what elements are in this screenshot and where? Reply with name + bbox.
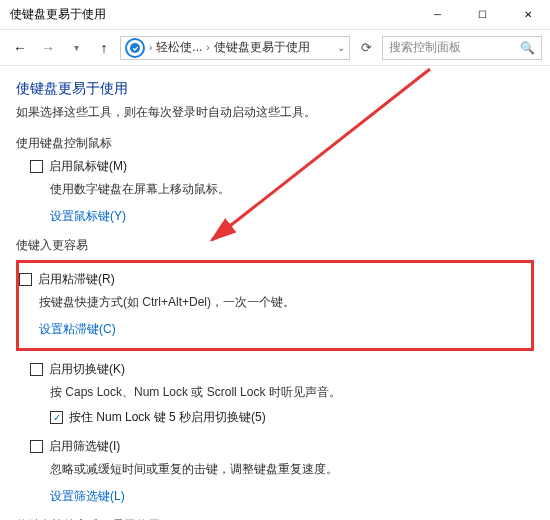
control-panel-icon — [125, 38, 145, 58]
breadcrumb-part1[interactable]: 轻松使... — [156, 39, 202, 56]
titlebar: 使键盘更易于使用 ─ ☐ ✕ — [0, 0, 550, 30]
page-subtitle: 如果选择这些工具，则在每次登录时自动启动这些工具。 — [16, 104, 534, 121]
filterkeys-desc: 忽略或减缓短时间或重复的击键，调整键盘重复速度。 — [30, 461, 534, 478]
section-typing-label: 使键入更容易 — [16, 237, 534, 254]
filterkeys-label: 启用筛选键(I) — [49, 438, 120, 455]
filterkeys-link[interactable]: 设置筛选键(L) — [30, 488, 125, 505]
window-title: 使键盘更易于使用 — [10, 6, 415, 23]
up-button[interactable]: ↑ — [92, 36, 116, 60]
section-mouse-label: 使用键盘控制鼠标 — [16, 135, 534, 152]
mousekeys-label: 启用鼠标键(M) — [49, 158, 127, 175]
togglekeys-numlock-checkbox[interactable] — [50, 411, 63, 424]
mousekeys-checkbox[interactable] — [30, 160, 43, 173]
navbar: ← → ▾ ↑ › 轻松使... › 使键盘更易于使用 ⌄ ⟳ 搜索控制面板 🔍 — [0, 30, 550, 66]
maximize-button[interactable]: ☐ — [460, 0, 505, 30]
address-dropdown[interactable]: ⌄ — [337, 42, 345, 53]
chevron-right-icon: › — [149, 42, 152, 53]
refresh-button[interactable]: ⟳ — [354, 36, 378, 60]
togglekeys-label: 启用切换键(K) — [49, 361, 125, 378]
address-bar[interactable]: › 轻松使... › 使键盘更易于使用 ⌄ — [120, 36, 350, 60]
togglekeys-checkbox[interactable] — [30, 363, 43, 376]
togglekeys-desc: 按 Caps Lock、Num Lock 或 Scroll Lock 时听见声音… — [30, 384, 534, 401]
filterkeys-group: 启用筛选键(I) 忽略或减缓短时间或重复的击键，调整键盘重复速度。 设置筛选键(… — [16, 438, 534, 505]
breadcrumb-part2[interactable]: 使键盘更易于使用 — [214, 39, 310, 56]
back-button[interactable]: ← — [8, 36, 32, 60]
filterkeys-checkbox[interactable] — [30, 440, 43, 453]
close-button[interactable]: ✕ — [505, 0, 550, 30]
stickykeys-desc: 按键盘快捷方式(如 Ctrl+Alt+Del)，一次一个键。 — [19, 294, 525, 311]
content-area: 使键盘更易于使用 如果选择这些工具，则在每次登录时自动启动这些工具。 使用键盘控… — [0, 66, 550, 520]
search-input[interactable]: 搜索控制面板 🔍 — [382, 36, 542, 60]
togglekeys-numlock-label: 按住 Num Lock 键 5 秒启用切换键(5) — [69, 409, 266, 426]
stickykeys-checkbox[interactable] — [19, 273, 32, 286]
stickykeys-link[interactable]: 设置粘滞键(C) — [19, 321, 116, 338]
minimize-button[interactable]: ─ — [415, 0, 460, 30]
mousekeys-group: 启用鼠标键(M) 使用数字键盘在屏幕上移动鼠标。 设置鼠标键(Y) — [16, 158, 534, 225]
mousekeys-desc: 使用数字键盘在屏幕上移动鼠标。 — [30, 181, 534, 198]
forward-button[interactable]: → — [36, 36, 60, 60]
page-title: 使键盘更易于使用 — [16, 80, 534, 98]
stickykeys-group: 启用粘滞键(R) 按键盘快捷方式(如 Ctrl+Alt+Del)，一次一个键。 … — [16, 260, 534, 351]
togglekeys-group: 启用切换键(K) 按 Caps Lock、Num Lock 或 Scroll L… — [16, 361, 534, 426]
mousekeys-link[interactable]: 设置鼠标键(Y) — [30, 208, 126, 225]
search-icon: 🔍 — [520, 41, 535, 55]
stickykeys-label: 启用粘滞键(R) — [38, 271, 115, 288]
chevron-right-icon: › — [206, 42, 209, 53]
window-controls: ─ ☐ ✕ — [415, 0, 550, 30]
recent-dropdown[interactable]: ▾ — [64, 36, 88, 60]
search-placeholder: 搜索控制面板 — [389, 39, 461, 56]
